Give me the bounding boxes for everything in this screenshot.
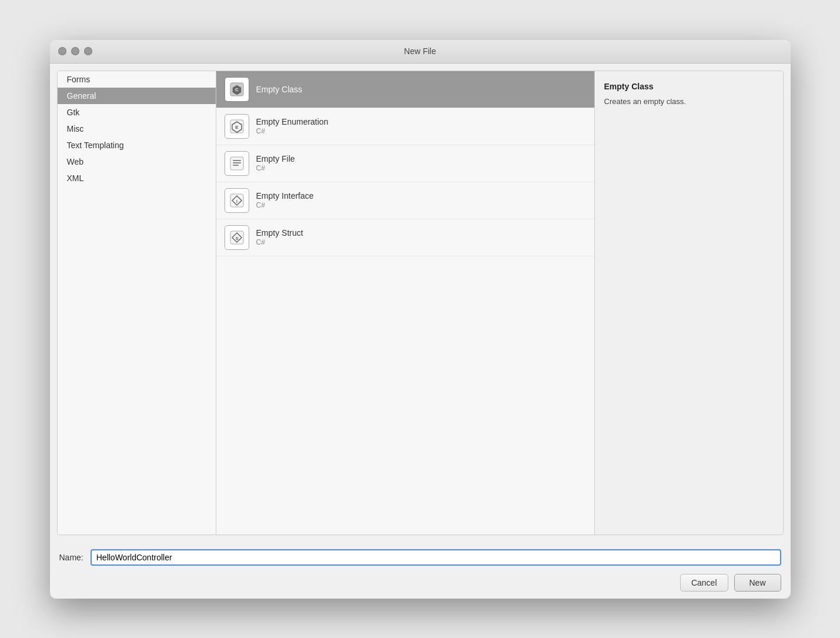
- sidebar-item-web[interactable]: Web: [58, 153, 216, 170]
- template-item-empty-interface[interactable]: I Empty Interface C#: [216, 182, 594, 219]
- template-subtitle-empty-enumeration: C#: [256, 127, 329, 135]
- class-icon: C: [225, 77, 249, 102]
- bottom-area: Name: Cancel New: [50, 542, 791, 599]
- sidebar-item-misc[interactable]: Misc: [58, 121, 216, 137]
- template-item-empty-file[interactable]: Empty File C#: [216, 145, 594, 182]
- template-text-empty-class: Empty Class: [256, 85, 303, 94]
- category-panel: Forms General Gtk Misc Text Templating W…: [58, 71, 216, 535]
- template-text-empty-file: Empty File C#: [256, 154, 295, 172]
- template-text-empty-struct: Empty Struct C#: [256, 228, 303, 246]
- svg-text:E: E: [235, 124, 239, 129]
- new-button[interactable]: New: [734, 574, 781, 592]
- template-item-empty-enumeration[interactable]: E Empty Enumeration C#: [216, 108, 594, 145]
- sidebar-item-general[interactable]: General: [58, 88, 216, 104]
- close-button[interactable]: [58, 47, 66, 55]
- detail-title: Empty Class: [604, 82, 774, 91]
- template-subtitle-empty-file: C#: [256, 164, 295, 172]
- sidebar-item-text-templating[interactable]: Text Templating: [58, 137, 216, 153]
- name-row: Name:: [59, 549, 781, 566]
- new-file-dialog: New File Forms General Gtk Misc Text Tem…: [50, 40, 791, 599]
- template-text-empty-enumeration: Empty Enumeration C#: [256, 117, 329, 135]
- name-input[interactable]: [91, 549, 781, 566]
- template-subtitle-empty-struct: C#: [256, 238, 303, 246]
- interface-icon: I: [225, 188, 249, 213]
- template-title-empty-class: Empty Class: [256, 85, 303, 94]
- svg-rect-9: [233, 165, 239, 166]
- detail-description: Creates an empty class.: [604, 96, 774, 108]
- template-title-empty-interface: Empty Interface: [256, 191, 314, 201]
- title-bar: New File: [50, 40, 791, 64]
- traffic-lights: [58, 47, 92, 55]
- sidebar-item-gtk[interactable]: Gtk: [58, 104, 216, 121]
- file-icon: [225, 151, 249, 176]
- minimize-button[interactable]: [71, 47, 79, 55]
- template-text-empty-interface: Empty Interface C#: [256, 191, 314, 209]
- window-title: New File: [404, 46, 436, 56]
- svg-text:C: C: [235, 87, 239, 92]
- template-title-empty-file: Empty File: [256, 154, 295, 163]
- detail-panel: Empty Class Creates an empty class.: [595, 71, 783, 535]
- template-title-empty-struct: Empty Struct: [256, 228, 303, 238]
- svg-rect-7: [233, 160, 241, 161]
- template-title-empty-enumeration: Empty Enumeration: [256, 117, 329, 126]
- main-content: Forms General Gtk Misc Text Templating W…: [50, 64, 791, 542]
- svg-text:I: I: [236, 199, 237, 203]
- template-item-empty-class[interactable]: C Empty Class: [216, 71, 594, 108]
- three-panel: Forms General Gtk Misc Text Templating W…: [57, 71, 784, 535]
- struct-icon: S: [225, 225, 249, 250]
- maximize-button[interactable]: [84, 47, 92, 55]
- sidebar-item-forms[interactable]: Forms: [58, 71, 216, 88]
- button-row: Cancel New: [59, 574, 781, 592]
- template-item-empty-struct[interactable]: S Empty Struct C#: [216, 219, 594, 256]
- cancel-button[interactable]: Cancel: [680, 574, 728, 592]
- template-subtitle-empty-interface: C#: [256, 201, 314, 209]
- enum-icon: E: [225, 114, 249, 139]
- svg-rect-8: [233, 162, 241, 163]
- template-panel: C Empty Class E: [216, 71, 595, 535]
- name-label: Name:: [59, 553, 83, 562]
- sidebar-item-xml[interactable]: XML: [58, 170, 216, 186]
- svg-text:S: S: [235, 236, 238, 240]
